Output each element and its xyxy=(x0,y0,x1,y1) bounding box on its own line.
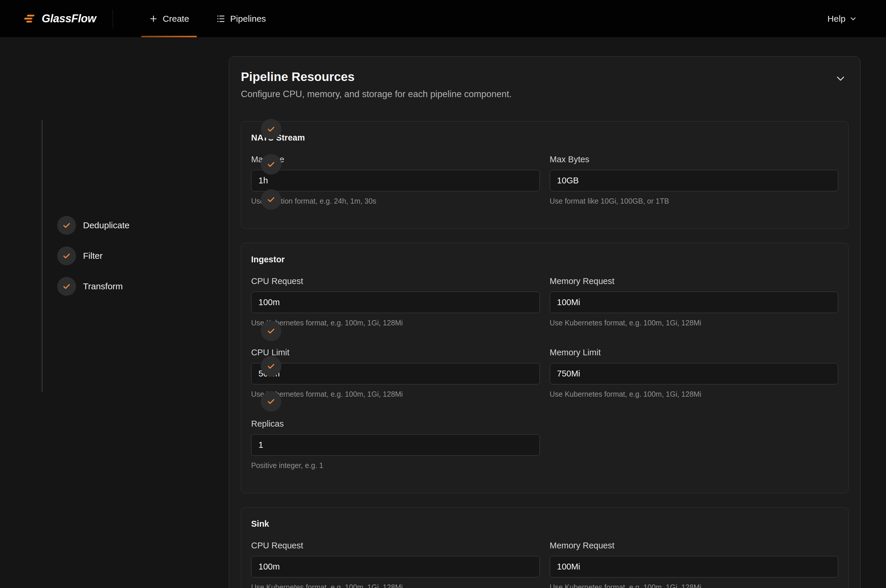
field-helper: Use Kubernetes format, e.g. 100m, 1Gi, 1… xyxy=(251,319,540,327)
collapse-panel-icon[interactable] xyxy=(834,72,847,85)
step-connector-line xyxy=(42,120,42,392)
step-check-circle xyxy=(57,246,76,265)
section-card-sink: Sink CPU Request Use Kubernetes format, … xyxy=(241,507,849,588)
field-helper: Use duration format, e.g. 24h, 1m, 30s xyxy=(251,197,540,205)
step-label: Filter xyxy=(83,251,103,261)
nav-divider xyxy=(112,9,113,28)
field-label: CPU Request xyxy=(251,541,540,550)
field-sink-cpu-request: CPU Request Use Kubernetes format, e.g. … xyxy=(251,541,540,588)
field-helper: Use Kubernetes format, e.g. 100m, 1Gi, 1… xyxy=(251,583,540,588)
pipeline-resources-panel: Pipeline Resources Configure CPU, memory… xyxy=(229,56,861,588)
field-helper: Use Kubernetes format, e.g. 100m, 1Gi, 1… xyxy=(550,390,838,398)
check-icon xyxy=(266,397,276,406)
panel-header: Pipeline Resources Configure CPU, memory… xyxy=(241,69,849,100)
active-tab-underline xyxy=(141,36,197,37)
field-label: Max Age xyxy=(251,155,540,164)
step-check-circle xyxy=(57,216,76,235)
input-ingestor-cpu-request[interactable] xyxy=(251,292,540,313)
resource-sections: NATS Stream Max Age Use duration format,… xyxy=(241,121,849,588)
field-nats-stream-max-age: Max Age Use duration format, e.g. 24h, 1… xyxy=(251,155,540,205)
nav-tabs: Create Pipelines xyxy=(141,0,274,37)
check-icon xyxy=(266,326,276,336)
field-helper: Use Kubernetes format, e.g. 100m, 1Gi, 1… xyxy=(251,390,540,398)
tab-pipelines[interactable]: Pipelines xyxy=(208,0,274,37)
step-check-circle xyxy=(261,391,281,412)
section-card-ingestor: Ingestor CPU Request Use Kubernetes form… xyxy=(241,243,849,493)
step-check-circle xyxy=(261,321,281,341)
sidebar-item-filter[interactable]: Filter xyxy=(57,246,103,266)
section-fields: CPU Request Use Kubernetes format, e.g. … xyxy=(251,541,838,588)
field-sink-memory-request: Memory Request Use Kubernetes format, e.… xyxy=(550,541,838,588)
section-title: Ingestor xyxy=(251,254,838,264)
input-ingestor-memory-limit[interactable] xyxy=(550,363,838,384)
field-label: Memory Limit xyxy=(550,348,838,357)
field-label: CPU Request xyxy=(251,277,540,285)
field-ingestor-cpu-request: CPU Request Use Kubernetes format, e.g. … xyxy=(251,277,540,327)
input-ingestor-memory-request[interactable] xyxy=(550,292,838,313)
check-icon xyxy=(266,160,276,169)
list-icon xyxy=(216,14,226,24)
page-subtitle: Configure CPU, memory, and storage for e… xyxy=(241,88,512,100)
input-ingestor-cpu-limit[interactable] xyxy=(251,363,540,384)
check-icon xyxy=(62,220,71,230)
step-label: Transform xyxy=(83,281,123,291)
sidebar-item-transform[interactable]: Transform xyxy=(57,277,123,296)
field-label: Memory Request xyxy=(550,541,838,550)
field-ingestor-cpu-limit: CPU Limit Use Kubernetes format, e.g. 10… xyxy=(251,348,540,398)
chevron-down-icon xyxy=(849,15,857,23)
main-area: Pipeline Resources Configure CPU, memory… xyxy=(229,38,861,588)
input-nats-stream-max-bytes[interactable] xyxy=(550,170,838,191)
tab-create[interactable]: Create xyxy=(141,0,197,37)
field-ingestor-replicas: Replicas Positive integer, e.g. 1 xyxy=(251,419,540,470)
help-label: Help xyxy=(828,14,846,24)
tab-label: Pipelines xyxy=(230,14,266,24)
field-label: CPU Limit xyxy=(251,348,540,357)
field-helper: Use Kubernetes format, e.g. 100m, 1Gi, 1… xyxy=(550,583,838,588)
glassflow-logo-icon xyxy=(23,14,36,24)
field-label: Max Bytes xyxy=(550,155,838,164)
step-check-circle xyxy=(261,356,281,376)
step-check-circle xyxy=(261,189,281,210)
field-helper: Use Kubernetes format, e.g. 100m, 1Gi, 1… xyxy=(550,319,838,327)
step-check-circle xyxy=(57,277,76,296)
input-ingestor-replicas[interactable] xyxy=(251,434,540,456)
check-icon xyxy=(266,362,276,371)
field-ingestor-memory-request: Memory Request Use Kubernetes format, e.… xyxy=(550,277,838,327)
input-sink-memory-request[interactable] xyxy=(550,556,838,578)
page-title: Pipeline Resources xyxy=(241,69,512,84)
help-menu[interactable]: Help xyxy=(828,14,857,24)
field-helper: Positive integer, e.g. 1 xyxy=(251,461,540,470)
check-icon xyxy=(62,251,71,261)
check-icon xyxy=(62,282,71,291)
section-fields: Max Age Use duration format, e.g. 24h, 1… xyxy=(251,155,838,205)
section-fields: CPU Request Use Kubernetes format, e.g. … xyxy=(251,277,838,470)
field-nats-stream-max-bytes: Max Bytes Use format like 10Gi, 100GB, o… xyxy=(550,155,838,205)
field-label: Memory Request xyxy=(550,277,838,285)
tab-label: Create xyxy=(163,14,189,24)
section-title: NATS Stream xyxy=(251,133,838,142)
check-icon xyxy=(266,195,276,204)
input-nats-stream-max-age[interactable] xyxy=(251,170,540,191)
step-check-circle xyxy=(261,154,281,175)
brand[interactable]: GlassFlow xyxy=(23,12,96,25)
section-card-nats-stream: NATS Stream Max Age Use duration format,… xyxy=(241,121,849,229)
stepper-sidebar: Kafka Connection Select Topic Verify Fie… xyxy=(0,38,229,588)
check-icon xyxy=(266,124,276,134)
step-label: Deduplicate xyxy=(83,220,129,230)
input-sink-cpu-request[interactable] xyxy=(251,556,540,578)
field-label: Replicas xyxy=(251,419,540,428)
sidebar-item-deduplicate[interactable]: Deduplicate xyxy=(57,216,129,235)
brand-name: GlassFlow xyxy=(42,12,96,25)
field-ingestor-memory-limit: Memory Limit Use Kubernetes format, e.g.… xyxy=(550,348,838,398)
step-check-circle xyxy=(261,119,281,140)
field-helper: Use format like 10Gi, 100GB, or 1TB xyxy=(550,197,838,205)
top-nav: GlassFlow Create Pipelines Help xyxy=(0,0,886,38)
section-title: Sink xyxy=(251,519,838,529)
plus-icon xyxy=(149,14,158,24)
content-area: Kafka Connection Select Topic Verify Fie… xyxy=(0,38,886,588)
